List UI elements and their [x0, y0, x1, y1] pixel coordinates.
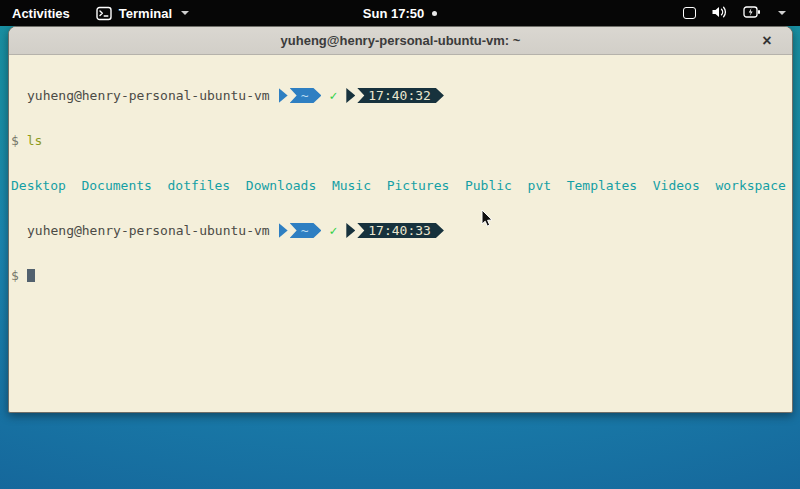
volume-icon [711, 5, 728, 22]
top-bar: Activities Terminal Sun 17:50 [0, 0, 800, 26]
activities-button[interactable]: Activities [12, 6, 70, 21]
close-button[interactable]: × [756, 27, 778, 55]
current-input-line[interactable]: $ [11, 268, 792, 283]
terminal-icon [96, 6, 112, 21]
screen-icon [683, 7, 696, 19]
terminal-content[interactable]: yuheng@henry-personal-ubuntu-vm ~ ✓ 17:4… [9, 55, 792, 412]
typed-command: ls [27, 133, 43, 148]
app-menu-terminal[interactable]: Terminal [96, 6, 189, 21]
command-line: $ ls [11, 133, 792, 148]
terminal-cursor [27, 269, 35, 282]
powerline-arrow-icon [346, 223, 355, 238]
status-check-icon: ✓ [329, 88, 337, 103]
window-titlebar[interactable]: yuheng@henry-personal-ubuntu-vm: ~ × [9, 27, 792, 55]
powerline-arrow-icon [279, 88, 288, 103]
battery-charging-icon [743, 6, 761, 21]
powerline-arrow-icon [279, 223, 288, 238]
chevron-down-icon [181, 11, 189, 15]
window-title: yuheng@henry-personal-ubuntu-vm: ~ [281, 33, 521, 48]
prompt-symbol: $ [11, 133, 19, 148]
clock[interactable]: Sun 17:50 [363, 6, 424, 21]
system-tray[interactable] [683, 0, 800, 26]
powerline-arrow-icon [346, 88, 355, 103]
ls-output: Desktop Documents dotfiles Downloads Mus… [11, 178, 786, 193]
prompt-user-host: yuheng@henry-personal-ubuntu-vm [27, 223, 270, 238]
app-menu-label: Terminal [119, 6, 172, 21]
notification-dot [432, 11, 437, 16]
prompt-time-segment: 17:40:33 [357, 223, 444, 238]
prompt-symbol: $ [11, 268, 19, 283]
ls-output-line: Desktop Documents dotfiles Downloads Mus… [11, 178, 792, 193]
mouse-cursor [481, 209, 494, 232]
prompt-path-segment: ~ [290, 88, 322, 103]
prompt-time-segment: 17:40:32 [357, 88, 444, 103]
chevron-down-icon [778, 11, 786, 15]
status-check-icon: ✓ [329, 223, 337, 238]
prompt-line: yuheng@henry-personal-ubuntu-vm ~ ✓ 17:4… [11, 88, 792, 103]
terminal-window: yuheng@henry-personal-ubuntu-vm: ~ × yuh… [8, 26, 793, 413]
prompt-path-segment: ~ [290, 223, 322, 238]
prompt-user-host: yuheng@henry-personal-ubuntu-vm [27, 88, 270, 103]
prompt-line: yuheng@henry-personal-ubuntu-vm ~ ✓ 17:4… [11, 223, 792, 238]
